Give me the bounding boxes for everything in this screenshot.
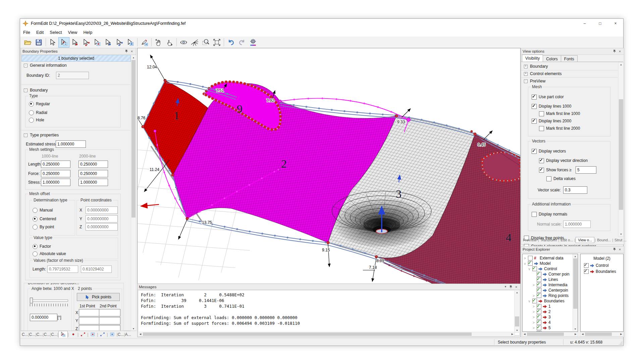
pin-icon[interactable]	[612, 247, 617, 252]
detail-checkbox[interactable]	[584, 263, 589, 268]
panel-tab-line-blue[interactable]	[98, 331, 107, 338]
determination-option[interactable]: Manual	[33, 207, 53, 213]
vector-scale-field[interactable]: 0.3	[563, 186, 587, 194]
checkbox[interactable]	[532, 119, 537, 124]
estimated-stress-field[interactable]: 1.000000	[56, 140, 86, 148]
tree-checkbox[interactable]	[537, 283, 541, 287]
radio[interactable]	[29, 110, 34, 115]
radio[interactable]	[29, 118, 34, 123]
tree-checkbox[interactable]	[537, 277, 541, 282]
mesh-force-field[interactable]: 0.250000	[41, 170, 70, 177]
mesh-option-4[interactable]: Mark first line 2000	[539, 125, 580, 131]
tree-item-external-data[interactable]: >#External data	[523, 255, 564, 261]
checkbox[interactable]	[539, 168, 544, 173]
display-normals-option[interactable]: Display normals	[532, 211, 567, 217]
angle-slider[interactable]	[30, 300, 68, 302]
dock-tab-bound[interactable]: Bound...	[596, 237, 612, 243]
messages-vscrollbar[interactable]: ▲ ▼	[514, 290, 520, 333]
section-general-information[interactable]: - General information	[24, 63, 67, 68]
expander-icon[interactable]: >	[532, 305, 535, 308]
select-boundary-button[interactable]	[58, 37, 69, 48]
detail-hscrollbar[interactable]: ◀ ▶	[580, 332, 624, 337]
show-forces-field[interactable]: 5	[576, 166, 596, 174]
point-y-field[interactable]	[99, 317, 120, 324]
tree-checkbox[interactable]	[537, 272, 541, 277]
mesh-option-1[interactable]: Display lines 1000	[532, 103, 571, 109]
tree-item-corner-poin[interactable]: Corner poin	[532, 272, 570, 277]
panel-tab-box-red[interactable]	[88, 331, 97, 338]
resize-grip[interactable]	[619, 341, 623, 345]
menu-select[interactable]: Select	[47, 28, 65, 37]
panel-tab-text[interactable]: C...	[29, 332, 36, 337]
tree-checkbox[interactable]	[537, 293, 541, 298]
radio[interactable]	[33, 217, 38, 222]
type-option-hole[interactable]: Hole	[29, 117, 44, 123]
radio[interactable]	[29, 102, 34, 107]
tab-visibility[interactable]: Visibility	[522, 55, 543, 62]
panel-tab-text[interactable]: A...	[125, 332, 131, 337]
pin-icon[interactable]	[612, 49, 617, 54]
select-point-blue-button[interactable]	[103, 37, 114, 48]
tree-checkbox[interactable]	[537, 288, 541, 293]
values-length-2000-field[interactable]: 0.61029402	[81, 265, 112, 273]
tree-item-4[interactable]: >4	[532, 320, 551, 325]
tree-item-control[interactable]: vControl	[528, 266, 557, 272]
tree-hscrollbar[interactable]: ◀ ▶	[522, 332, 578, 337]
select-point-red-button[interactable]	[69, 37, 80, 48]
tab-fonts[interactable]: Fonts	[561, 55, 578, 62]
radio[interactable]	[33, 208, 38, 213]
panel-tab-point-red[interactable]	[69, 331, 77, 338]
undo-button[interactable]	[225, 37, 236, 48]
tree-checkbox[interactable]	[537, 309, 541, 314]
detail-item-boundaries[interactable]: Boundaries	[584, 269, 616, 274]
vectors-option-1[interactable]: Display vector direction	[539, 158, 588, 164]
point-y-field[interactable]	[79, 317, 100, 324]
determination-option[interactable]: Centered	[33, 216, 56, 222]
select-box-blue-button[interactable]	[125, 37, 136, 48]
checkbox[interactable]	[539, 111, 544, 116]
pick-hand-button[interactable]	[164, 37, 175, 48]
tree-checkbox[interactable]	[537, 325, 541, 330]
dock-tab-strut[interactable]: Strut ...	[613, 237, 627, 243]
checkbox[interactable]	[539, 158, 544, 163]
messages-hscrollbar[interactable]: ◀ ▶	[138, 332, 515, 337]
mesh-stress-field[interactable]: 1.000000	[78, 179, 108, 186]
mesh-length-field[interactable]: 0.250000	[78, 161, 108, 168]
open-folder-button[interactable]	[22, 37, 33, 48]
checkbox[interactable]	[539, 126, 544, 131]
maximize-button[interactable]: □	[592, 19, 608, 28]
tree-item-1[interactable]: >1	[532, 304, 551, 309]
collapse-icon[interactable]: -	[24, 133, 28, 137]
coord-z-field[interactable]: 0.00000000	[86, 223, 118, 231]
expander-icon[interactable]: >	[532, 326, 535, 330]
expander-icon[interactable]: v	[523, 262, 527, 265]
tree-checkbox[interactable]	[528, 256, 533, 260]
mesh-option-0[interactable]: Use part color	[532, 94, 564, 100]
dock-tab-transform[interactable]: Transform	[539, 237, 558, 243]
tree-checkbox[interactable]	[532, 266, 537, 271]
close-icon[interactable]: ×	[129, 49, 135, 54]
panel-tab-line-red[interactable]	[78, 331, 87, 338]
tree-item-5[interactable]: >5	[532, 325, 551, 330]
close-icon[interactable]: ×	[617, 247, 623, 252]
edit-boundary-button[interactable]	[139, 37, 150, 48]
close-button[interactable]: ×	[608, 19, 623, 28]
mesh-force-field[interactable]: 0.250000	[78, 170, 108, 177]
tree-item-boundaries[interactable]: vBoundaries	[528, 298, 565, 304]
select-cursor-button[interactable]	[47, 37, 58, 48]
expander-icon[interactable]: v	[528, 267, 531, 271]
tree-item-2[interactable]: >2	[532, 309, 551, 314]
tree-checkbox[interactable]	[537, 320, 541, 325]
vectors-option-0[interactable]: Display vectors	[532, 148, 566, 154]
select-line-blue-button[interactable]	[114, 37, 125, 48]
panel-tab-text[interactable]: C...	[51, 332, 57, 337]
panel-tab-select-boundary[interactable]	[58, 331, 68, 338]
checkbox[interactable]	[546, 176, 551, 181]
tree-checkbox[interactable]	[537, 315, 541, 319]
determination-option[interactable]: By point	[33, 224, 54, 230]
expander-icon[interactable]: >	[523, 256, 527, 260]
model-detail-pane[interactable]: Model (2) ControlBoundaries	[580, 254, 624, 332]
radio[interactable]	[33, 244, 38, 249]
panel-tab-text[interactable]: C...	[37, 332, 43, 337]
dock-tab-edito[interactable]: Edit o...	[559, 237, 574, 243]
